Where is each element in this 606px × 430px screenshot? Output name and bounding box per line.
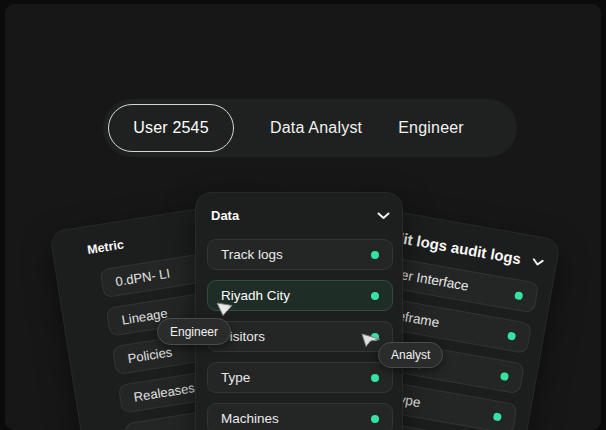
status-dot — [514, 291, 523, 300]
data-card-title: Data — [211, 208, 239, 223]
list-item-label: Riyadh City — [221, 288, 290, 303]
chevron-down-icon[interactable] — [377, 212, 390, 220]
status-dot — [500, 371, 509, 380]
engineer-cursor-label: Engineer — [157, 318, 231, 345]
status-dot — [507, 331, 516, 340]
tab-engineer[interactable]: Engineer — [398, 119, 464, 137]
status-dot — [371, 415, 379, 423]
engineer-cursor-pointer-icon — [215, 302, 233, 317]
list-item[interactable]: Track logs — [207, 239, 393, 270]
list-item[interactable]: Type — [207, 362, 393, 393]
metric-card-title: Metric — [86, 238, 125, 258]
list-item-label: Type — [221, 370, 250, 385]
tab-user-2545[interactable]: User 2545 — [108, 104, 234, 152]
analyst-cursor-pointer-icon — [361, 330, 381, 348]
status-dot — [371, 374, 379, 382]
tab-data-analyst[interactable]: Data Analyst — [270, 119, 362, 137]
chevron-down-icon[interactable] — [531, 257, 544, 267]
status-dot — [371, 251, 379, 259]
analyst-cursor-label: Analyst — [378, 342, 443, 368]
status-dot — [493, 412, 502, 421]
list-item-selected[interactable]: Riyadh City — [207, 280, 393, 311]
status-dot — [371, 292, 379, 300]
list-item-label: Policies — [127, 344, 174, 366]
list-item-label: 0.dPN- LI — [114, 266, 171, 289]
app-background: User 2545 Data Analyst Engineer Metric 0… — [5, 4, 601, 430]
role-switcher: User 2545 Data Analyst Engineer — [103, 99, 517, 157]
list-item-label: Machines — [221, 411, 279, 426]
list-item[interactable]: Machines — [207, 403, 393, 430]
list-item-label: Track logs — [221, 247, 283, 262]
list-item-label: Realeases — [133, 380, 196, 404]
